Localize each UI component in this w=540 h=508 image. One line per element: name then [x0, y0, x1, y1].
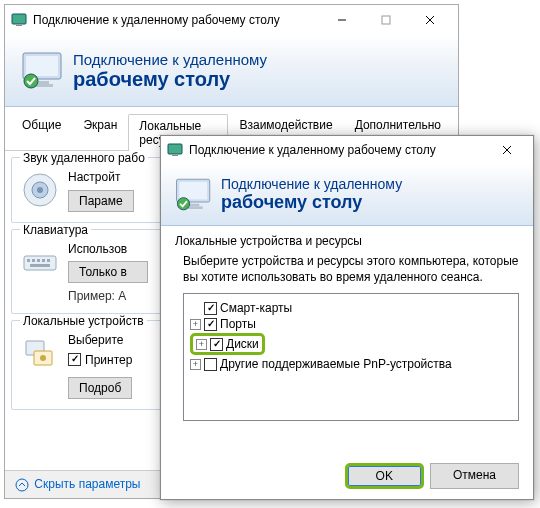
- svg-rect-25: [168, 144, 182, 154]
- rdp-icon: [11, 12, 27, 28]
- ports-label: Порты: [220, 317, 256, 331]
- svg-point-23: [40, 355, 46, 361]
- dialog-footer: OK Отмена: [161, 453, 533, 499]
- ports-checkbox[interactable]: [204, 318, 217, 331]
- dialog-section-title: Локальные устройства и ресурсы: [175, 234, 519, 248]
- main-banner: Подключение к удаленному рабочему столу: [5, 35, 458, 107]
- svg-rect-7: [26, 56, 58, 76]
- group-audio-desc: Настройт: [68, 170, 134, 186]
- tree-item-drives[interactable]: + Диски: [190, 332, 512, 356]
- speaker-icon: [20, 170, 60, 210]
- cancel-button[interactable]: Отмена: [430, 463, 519, 489]
- smartcards-checkbox[interactable]: [204, 302, 217, 315]
- expander-none: [190, 303, 201, 314]
- tree-item-pnp[interactable]: + Другие поддерживаемые PnP-устройства: [190, 356, 512, 372]
- dialog-body: Локальные устройства и ресурсы Выберите …: [161, 226, 533, 429]
- drives-label: Диски: [226, 337, 259, 351]
- rdp-icon: [167, 142, 183, 158]
- devices-dialog: Подключение к удаленному рабочему столу …: [160, 135, 534, 500]
- banner-line2: рабочему столу: [73, 68, 267, 91]
- svg-point-33: [177, 197, 189, 209]
- dialog-title: Подключение к удаленному рабочему столу: [189, 143, 487, 157]
- printers-checkbox[interactable]: [68, 353, 81, 366]
- drives-highlight: + Диски: [190, 333, 265, 355]
- keyboard-icon: [20, 242, 60, 282]
- svg-rect-17: [37, 259, 40, 262]
- drives-checkbox[interactable]: [210, 338, 223, 351]
- audio-settings-button[interactable]: Параме: [68, 190, 134, 212]
- svg-rect-14: [24, 256, 56, 270]
- banner-line1: Подключение к удаленному: [73, 51, 267, 68]
- expander-plus-icon[interactable]: +: [190, 359, 201, 370]
- tree-item-ports[interactable]: + Порты: [190, 316, 512, 332]
- smartcards-label: Смарт-карты: [220, 301, 292, 315]
- hide-options-text: Скрыть параметры: [34, 477, 140, 491]
- tab-general[interactable]: Общие: [11, 113, 72, 150]
- minimize-button[interactable]: [320, 6, 364, 34]
- banner-monitor-icon: [173, 174, 215, 216]
- svg-rect-1: [16, 25, 22, 26]
- devices-tree[interactable]: Смарт-карты + Порты + Диски + Другие под…: [183, 293, 519, 421]
- group-keyboard-desc: Использов: [68, 242, 148, 258]
- svg-rect-18: [42, 259, 45, 262]
- group-local-desc: Выберите: [68, 333, 132, 349]
- dialog-close-button[interactable]: [487, 137, 527, 163]
- keyboard-combo[interactable]: Только в: [68, 261, 148, 283]
- svg-rect-26: [172, 155, 178, 156]
- maximize-button[interactable]: [364, 6, 408, 34]
- close-button[interactable]: [408, 6, 452, 34]
- svg-point-13: [37, 187, 43, 193]
- dialog-titlebar: Подключение к удаленному рабочему столу: [161, 136, 533, 164]
- main-titlebar: Подключение к удаленному рабочему столу: [5, 5, 458, 35]
- svg-rect-0: [12, 14, 26, 24]
- keyboard-hint: Пример: A: [68, 289, 148, 303]
- svg-rect-16: [32, 259, 35, 262]
- svg-point-24: [16, 479, 28, 491]
- svg-rect-30: [179, 181, 207, 199]
- dialog-banner-line2: рабочему столу: [221, 192, 402, 213]
- pnp-checkbox[interactable]: [204, 358, 217, 371]
- pnp-label: Другие поддерживаемые PnP-устройства: [220, 357, 452, 371]
- svg-rect-3: [382, 16, 390, 24]
- expander-plus-icon[interactable]: +: [190, 319, 201, 330]
- expander-plus-icon[interactable]: +: [196, 339, 207, 350]
- svg-rect-15: [27, 259, 30, 262]
- svg-rect-20: [30, 264, 50, 267]
- group-local-title: Локальные устройств: [20, 314, 147, 328]
- devices-icon: [20, 333, 60, 373]
- ok-button[interactable]: OK: [345, 463, 424, 489]
- tab-display[interactable]: Экран: [72, 113, 128, 150]
- svg-rect-19: [47, 259, 50, 262]
- group-keyboard-title: Клавиатура: [20, 223, 91, 237]
- dialog-banner-line1: Подключение к удаленному: [221, 176, 402, 192]
- dialog-description: Выберите устройства и ресурсы этого комп…: [183, 254, 519, 285]
- tree-item-smartcards[interactable]: Смарт-карты: [190, 300, 512, 316]
- banner-monitor-icon: [19, 47, 67, 95]
- main-title: Подключение к удаленному рабочему столу: [33, 13, 320, 27]
- printers-label: Принтер: [85, 353, 132, 367]
- group-audio-title: Звук удаленного рабо: [20, 151, 148, 165]
- svg-point-10: [24, 74, 38, 88]
- hide-options-link[interactable]: Скрыть параметры: [15, 477, 140, 492]
- more-devices-button[interactable]: Подроб: [68, 377, 132, 399]
- dialog-banner: Подключение к удаленному рабочему столу: [161, 164, 533, 226]
